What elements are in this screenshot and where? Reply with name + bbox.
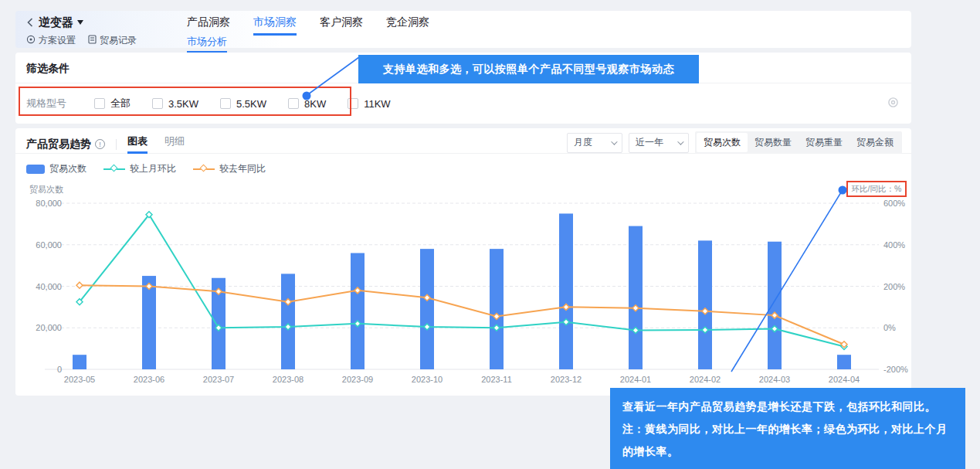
tab-产品洞察[interactable]: 产品洞察 [187, 15, 230, 36]
bar-2023-09 [351, 253, 365, 370]
subtab-market-analysis[interactable]: 市场分析 [187, 35, 227, 53]
view-tabs: 图表明细 [127, 134, 185, 154]
document-icon [88, 35, 97, 46]
product-switcher[interactable]: 逆变器 [26, 14, 137, 31]
legend-diamond-marker [200, 165, 208, 172]
filter-title: 筛选条件 [26, 62, 70, 76]
bar-2023-08 [281, 274, 295, 369]
svg-text:2023-09: 2023-09 [342, 375, 373, 384]
tab-市场洞察[interactable]: 市场洞察 [253, 15, 297, 36]
right-axis-highlight-rect: 环比/同比：% [846, 181, 907, 197]
right-axis-title: 环比/同比：% [852, 184, 902, 195]
svg-text:贸易次数: 贸易次数 [29, 185, 63, 194]
svg-text:20,000: 20,000 [36, 323, 62, 332]
legend-diamond-marker [110, 165, 118, 172]
header-action-label: 贸易记录 [100, 34, 137, 47]
svg-text:2023-05: 2023-05 [64, 375, 95, 384]
nav-tabs: 产品洞察市场洞察客户洞察竞企洞察 [187, 15, 429, 36]
svg-text:2023-10: 2023-10 [412, 375, 443, 384]
svg-text:2024-02: 2024-02 [690, 375, 721, 384]
svg-text:2023-06: 2023-06 [134, 375, 164, 384]
legend-label: 贸易次数 [49, 162, 86, 175]
svg-text:600%: 600% [883, 199, 905, 208]
chart-legend: 贸易次数较上月环比较去年同比 [26, 162, 266, 175]
header-action-贸易记录[interactable]: 贸易记录 [88, 34, 137, 47]
range-select[interactable]: 近一年 [629, 133, 689, 153]
trend-header: 产品贸易趋势 ! 图表明细 月度 近一年 贸易次数贸易数量贸易重量贸易金额 [15, 128, 911, 154]
period-select-value: 月度 [574, 136, 592, 149]
bar-2023-11 [490, 249, 504, 369]
chevron-down-icon [677, 138, 683, 144]
legend-line-swatch [103, 168, 125, 170]
metric-button-贸易金额[interactable]: 贸易金额 [849, 133, 900, 152]
metric-button-group: 贸易次数贸易数量贸易重量贸易金额 [695, 131, 902, 154]
svg-text:2023-12: 2023-12 [551, 375, 582, 384]
bar-2024-04 [837, 355, 851, 369]
svg-text:2023-08: 2023-08 [273, 375, 303, 384]
svg-text:60,000: 60,000 [36, 240, 62, 250]
metric-button-贸易重量[interactable]: 贸易重量 [799, 133, 849, 152]
metric-button-贸易数量[interactable]: 贸易数量 [748, 133, 799, 152]
trade-trend-chart: 贸易次数0-200%20,0000%40,000200%60,000400%80… [15, 182, 911, 396]
range-select-value: 近一年 [636, 136, 663, 149]
filter-highlight-rect [19, 87, 351, 116]
legend-item-贸易次数[interactable]: 贸易次数 [26, 162, 86, 175]
svg-text:400%: 400% [883, 240, 905, 250]
page: 逆变器 方案设置贸易记录 产品洞察市场洞察客户洞察竞企洞察 市场分析 筛选条件 … [0, 0, 980, 469]
svg-text:200%: 200% [883, 282, 905, 291]
back-icon[interactable] [26, 17, 34, 28]
product-name[interactable]: 逆变器 [39, 15, 73, 30]
legend-item-较上月环比[interactable]: 较上月环比 [103, 162, 176, 175]
filter-collapse-icon[interactable] [887, 97, 899, 111]
view-tab-图表[interactable]: 图表 [127, 134, 148, 154]
checkbox-11KW[interactable]: 11KW [348, 98, 390, 110]
divider [116, 139, 117, 150]
bar-2024-02 [698, 240, 712, 369]
bar-2024-01 [629, 226, 643, 369]
dropdown-caret-icon [77, 20, 83, 25]
legend-label: 较去年同比 [219, 162, 266, 175]
header-panel: 逆变器 方案设置贸易记录 产品洞察市场洞察客户洞察竞企洞察 市场分析 [15, 11, 911, 48]
header-action-label: 方案设置 [39, 34, 76, 47]
svg-text:-200%: -200% [883, 365, 908, 374]
svg-text:2023-11: 2023-11 [481, 375, 512, 384]
target-icon [26, 35, 36, 46]
legend-item-较去年同比[interactable]: 较去年同比 [193, 162, 266, 175]
svg-text:80,000: 80,000 [36, 199, 62, 208]
svg-text:0: 0 [57, 365, 62, 374]
legend-line-swatch [193, 168, 215, 170]
svg-text:2024-03: 2024-03 [759, 375, 790, 384]
bar-2024-03 [768, 242, 782, 369]
info-icon[interactable]: ! [95, 139, 105, 149]
bar-2023-10 [420, 249, 434, 369]
bar-2023-05 [73, 355, 86, 369]
bar-2023-12 [559, 213, 573, 369]
header-actions: 方案设置贸易记录 [26, 34, 137, 47]
trend-title: 产品贸易趋势 [26, 138, 91, 151]
header-action-方案设置[interactable]: 方案设置 [26, 34, 76, 47]
svg-text:0%: 0% [883, 323, 896, 332]
chevron-down-icon [611, 138, 617, 144]
tab-客户洞察[interactable]: 客户洞察 [320, 15, 363, 36]
legend-label: 较上月环比 [130, 162, 176, 175]
svg-text:2023-07: 2023-07 [203, 375, 234, 384]
filter-callout-tooltip: 支持单选和多选，可以按照单个产品不同型号观察市场动态 [358, 55, 699, 83]
tab-竞企洞察[interactable]: 竞企洞察 [386, 15, 429, 36]
view-tab-明细[interactable]: 明细 [164, 134, 185, 154]
trend-callout-tooltip: 查看近一年内产品贸易趋势是增长还是下跌，包括环比和同比。注：黄线为同比，对比上一… [610, 388, 965, 469]
legend-bar-swatch [26, 165, 45, 174]
trend-panel: 产品贸易趋势 ! 图表明细 月度 近一年 贸易次数贸易数量贸易重量贸易金额 贸易… [15, 128, 911, 396]
svg-text:40,000: 40,000 [36, 282, 62, 291]
metric-button-贸易次数[interactable]: 贸易次数 [697, 133, 748, 152]
svg-text:2024-01: 2024-01 [620, 375, 651, 384]
svg-text:2024-04: 2024-04 [829, 375, 860, 384]
period-select[interactable]: 月度 [567, 133, 622, 153]
checkbox-label: 11KW [364, 98, 390, 110]
